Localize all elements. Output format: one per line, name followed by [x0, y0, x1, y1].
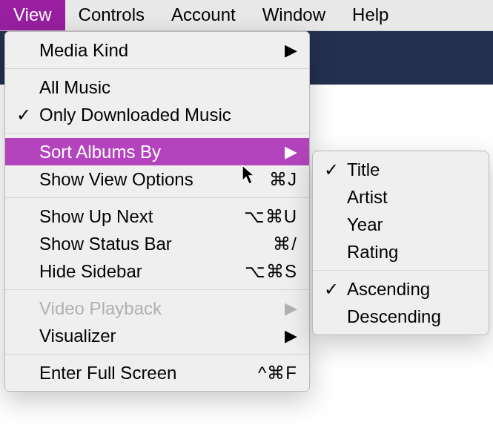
menu-item-enter-full-screen[interactable]: Enter Full Screen ^⌘F — [5, 359, 309, 386]
menubar-item-account[interactable]: Account — [158, 0, 249, 30]
menu-item-show-up-next[interactable]: Show Up Next ⌥⌘U — [5, 202, 309, 230]
menubar-item-window[interactable]: Window — [249, 0, 339, 30]
menu-item-label: Show Status Bar — [39, 234, 273, 254]
keyboard-shortcut: ⌥⌘S — [245, 261, 297, 282]
menu-item-label: Visualizer — [39, 326, 285, 346]
submenu-item-label: Title — [347, 159, 481, 180]
submenu-item-label: Descending — [347, 306, 481, 327]
submenu-arrow-icon: ▶ — [285, 299, 297, 318]
submenu-item-artist[interactable]: Artist — [313, 183, 489, 211]
menu-item-label: All Music — [39, 77, 302, 98]
menu-separator — [5, 289, 309, 290]
check-icon: ✓ — [322, 159, 341, 180]
menu-item-all-music[interactable]: All Music — [5, 73, 309, 101]
sort-albums-by-submenu: ✓ Title Artist Year Rating ✓ Ascending D… — [312, 151, 489, 335]
menu-item-visualizer[interactable]: Visualizer ▶ — [5, 322, 309, 349]
menubar-item-help[interactable]: Help — [339, 0, 402, 30]
submenu-item-label: Ascending — [347, 279, 481, 300]
menu-item-label: Enter Full Screen — [39, 363, 258, 383]
menu-item-video-playback: Video Playback ▶ — [5, 294, 309, 322]
submenu-item-label: Rating — [347, 242, 481, 263]
view-menu-dropdown: Media Kind ▶ All Music ✓ Only Downloaded… — [4, 31, 310, 392]
menubar: View Controls Account Window Help — [0, 0, 493, 31]
check-icon: ✓ — [322, 279, 341, 300]
menu-item-sort-albums-by[interactable]: Sort Albums By ▶ — [5, 138, 309, 165]
menu-item-show-status-bar[interactable]: Show Status Bar ⌘/ — [5, 230, 309, 257]
menubar-item-controls[interactable]: Controls — [65, 0, 158, 30]
check-icon: ✓ — [14, 105, 33, 125]
submenu-item-descending[interactable]: Descending — [313, 303, 489, 330]
keyboard-shortcut: ⌥⌘U — [244, 206, 297, 227]
menu-item-label: Sort Albums By — [39, 142, 285, 162]
menu-item-media-kind[interactable]: Media Kind ▶ — [5, 36, 309, 64]
menu-item-label: Show View Options — [39, 169, 269, 190]
keyboard-shortcut: ^⌘F — [258, 363, 297, 383]
menu-separator — [5, 197, 309, 198]
keyboard-shortcut: ⌘J — [269, 169, 297, 190]
submenu-item-year[interactable]: Year — [313, 211, 489, 238]
menu-item-only-downloaded-music[interactable]: ✓ Only Downloaded Music — [5, 101, 309, 128]
menu-item-label: Hide Sidebar — [39, 261, 245, 282]
menu-separator — [5, 133, 309, 134]
keyboard-shortcut: ⌘/ — [273, 234, 297, 254]
submenu-item-label: Year — [347, 214, 481, 235]
menu-separator — [5, 354, 309, 355]
submenu-arrow-icon: ▶ — [285, 41, 297, 60]
submenu-item-ascending[interactable]: ✓ Ascending — [313, 275, 489, 303]
submenu-arrow-icon: ▶ — [285, 142, 297, 162]
submenu-item-label: Artist — [347, 187, 481, 208]
menu-item-show-view-options[interactable]: Show View Options ⌘J — [5, 165, 309, 193]
menu-item-label: Video Playback — [39, 298, 285, 319]
menu-item-hide-sidebar[interactable]: Hide Sidebar ⌥⌘S — [5, 257, 309, 285]
cursor-icon — [241, 165, 257, 185]
menu-separator — [5, 68, 309, 69]
submenu-item-title[interactable]: ✓ Title — [313, 156, 489, 183]
menu-item-label: Only Downloaded Music — [39, 105, 302, 125]
menu-item-label: Media Kind — [39, 40, 285, 61]
menubar-item-view[interactable]: View — [0, 0, 65, 30]
menu-item-label: Show Up Next — [39, 206, 244, 227]
submenu-item-rating[interactable]: Rating — [313, 238, 489, 266]
submenu-arrow-icon: ▶ — [285, 326, 297, 346]
menu-separator — [313, 270, 489, 271]
